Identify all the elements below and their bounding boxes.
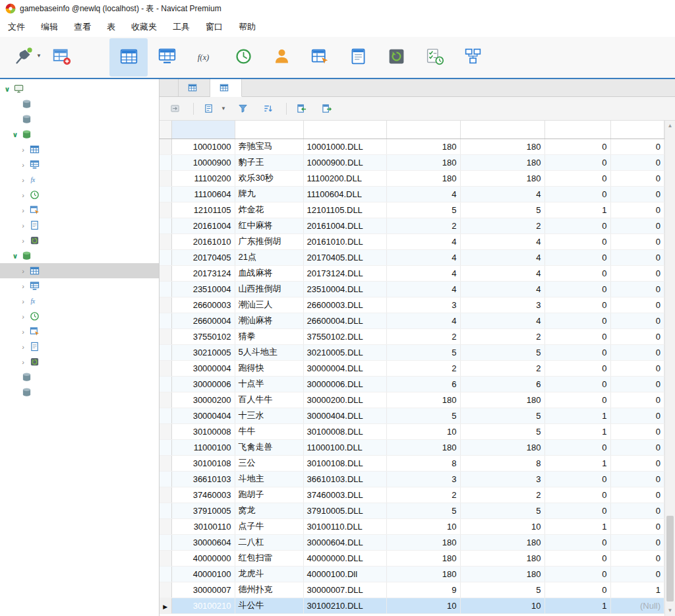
cell-name[interactable]: 斗公牛 <box>235 598 303 613</box>
cell-canWatch[interactable]: 0 <box>544 170 610 186</box>
cell-canWatch[interactable]: 0 <box>544 376 610 392</box>
cell-gameID[interactable]: 30100110 <box>171 518 235 534</box>
cell-canWatch[interactable]: 0 <box>544 218 610 233</box>
cell-name[interactable]: 猜拳 <box>235 328 303 344</box>
tree-item-performance-schema[interactable] <box>0 369 159 385</box>
cell-name[interactable]: 跑胡子 <box>235 487 303 503</box>
tree-item-newlq-views[interactable]: › <box>0 278 159 293</box>
cell-deskPeople[interactable]: 10 <box>386 518 460 534</box>
cell-watcherCount[interactable]: 5 <box>460 344 544 360</box>
cell-dllName[interactable]: 30000200.DLL <box>303 392 386 408</box>
cell-canWatch[interactable]: 0 <box>544 139 610 154</box>
expand-icon[interactable]: › <box>18 266 28 276</box>
row-marker[interactable] <box>160 154 171 170</box>
cell-isClose[interactable]: 0 <box>610 487 664 503</box>
cell-watcherCount[interactable]: 4 <box>460 249 544 265</box>
row-marker[interactable] <box>160 487 171 503</box>
views-button[interactable] <box>148 38 186 77</box>
cell-watcherCount[interactable]: 2 <box>460 487 544 503</box>
row-marker[interactable] <box>160 376 171 392</box>
cell-deskPeople[interactable]: 9 <box>386 582 460 598</box>
cell-canWatch[interactable]: 0 <box>544 328 610 344</box>
cell-watcherCount[interactable]: 180 <box>460 566 544 582</box>
tree-item-newhm-queries[interactable]: › <box>0 202 159 218</box>
cell-gameID[interactable]: 30100210 <box>171 598 235 613</box>
cell-deskPeople[interactable]: 2 <box>386 218 460 233</box>
row-marker[interactable] <box>160 170 171 186</box>
tree-item-newlq-queries[interactable]: › <box>0 324 159 339</box>
expand-icon[interactable]: › <box>18 206 28 215</box>
cell-isClose[interactable]: 0 <box>610 471 664 487</box>
menu-item-6[interactable]: 窗口 <box>198 17 231 37</box>
tree-item-newlq-backups[interactable]: › <box>0 354 159 369</box>
tree-item-newhm-events[interactable]: › <box>0 187 159 202</box>
cell-gameID[interactable]: 37910005 <box>171 503 235 518</box>
cell-dllName[interactable]: 30100108.DLL <box>303 455 386 471</box>
cell-isClose[interactable]: 0 <box>610 503 664 518</box>
cell-watcherCount[interactable]: 180 <box>460 534 544 550</box>
cell-dllName[interactable]: 20173124.DLL <box>303 265 386 281</box>
events-button[interactable] <box>224 38 262 77</box>
row-marker[interactable] <box>160 139 171 154</box>
cell-name[interactable]: 山西推倒胡 <box>235 281 303 297</box>
tab-table-newhm[interactable] <box>179 79 210 96</box>
tree-item-newhm-reports[interactable]: › <box>0 218 159 233</box>
models-button[interactable] <box>454 38 492 77</box>
column-header-isClose[interactable] <box>610 121 664 139</box>
row-marker[interactable] <box>160 392 171 408</box>
cell-canWatch[interactable]: 0 <box>544 471 610 487</box>
cell-isClose[interactable]: 0 <box>610 534 664 550</box>
expand-icon[interactable]: › <box>18 312 28 321</box>
cell-watcherCount[interactable]: 3 <box>460 471 544 487</box>
cell-gameID[interactable]: 20161010 <box>171 233 235 249</box>
cell-dllName[interactable]: 30000007.DLL <box>303 582 386 598</box>
cell-isClose[interactable]: 0 <box>610 518 664 534</box>
cell-deskPeople[interactable]: 3 <box>386 471 460 487</box>
tree-item-newhm-tables[interactable]: › <box>0 142 159 157</box>
cell-canWatch[interactable]: 0 <box>544 534 610 550</box>
cell-dllName[interactable]: 26600003.DLL <box>303 297 386 313</box>
cell-name[interactable]: 广东推倒胡 <box>235 233 303 249</box>
row-marker[interactable] <box>160 265 171 281</box>
row-marker[interactable] <box>160 566 171 582</box>
cell-dllName[interactable]: 36610103.DLL <box>303 471 386 487</box>
cell-name[interactable]: 十三水 <box>235 408 303 423</box>
row-marker[interactable] <box>160 455 171 471</box>
new-query-button[interactable] <box>42 38 80 77</box>
chevron-down-icon[interactable]: ▼ <box>221 106 226 111</box>
cell-dllName[interactable]: 30000604.DLL <box>303 534 386 550</box>
chevron-down-icon[interactable]: ▼ <box>36 53 42 59</box>
cell-gameID[interactable]: 20173124 <box>171 265 235 281</box>
column-header-watcherCount[interactable] <box>460 121 544 139</box>
cell-dllName[interactable]: 20161004.DLL <box>303 218 386 233</box>
cell-watcherCount[interactable]: 2 <box>460 328 544 344</box>
cell-name[interactable]: 二八杠 <box>235 534 303 550</box>
expand-icon[interactable]: › <box>18 357 28 367</box>
cell-canWatch[interactable]: 0 <box>544 582 610 598</box>
cell-canWatch[interactable]: 0 <box>544 566 610 582</box>
cell-dllName[interactable]: 37550102.DLL <box>303 328 386 344</box>
tables-button[interactable] <box>109 38 148 77</box>
expand-icon[interactable]: › <box>18 297 28 306</box>
row-marker[interactable] <box>160 186 171 202</box>
cell-gameID[interactable]: 20161004 <box>171 218 235 233</box>
cell-gameID[interactable]: 10000900 <box>171 154 235 170</box>
cell-dllName[interactable]: 20161010.DLL <box>303 233 386 249</box>
cell-deskPeople[interactable]: 8 <box>386 455 460 471</box>
cell-name[interactable]: 豹子王 <box>235 154 303 170</box>
cell-isClose[interactable]: (Null) <box>610 598 664 613</box>
row-marker[interactable] <box>160 582 171 598</box>
cell-gameID[interactable]: 11000100 <box>171 439 235 455</box>
cell-isClose[interactable]: 0 <box>610 455 664 471</box>
cell-isClose[interactable]: 0 <box>610 202 664 218</box>
cell-deskPeople[interactable]: 180 <box>386 566 460 582</box>
menu-item-7[interactable]: 帮助 <box>231 17 264 37</box>
cell-gameID[interactable]: 40000100 <box>171 566 235 582</box>
column-header-dllName[interactable] <box>303 121 386 139</box>
cell-gameID[interactable]: 23510004 <box>171 281 235 297</box>
cell-watcherCount[interactable]: 5 <box>460 408 544 423</box>
cell-isClose[interactable]: 0 <box>610 154 664 170</box>
cell-deskPeople[interactable]: 180 <box>386 534 460 550</box>
cell-canWatch[interactable]: 0 <box>544 550 610 566</box>
expand-icon[interactable]: › <box>18 282 28 291</box>
